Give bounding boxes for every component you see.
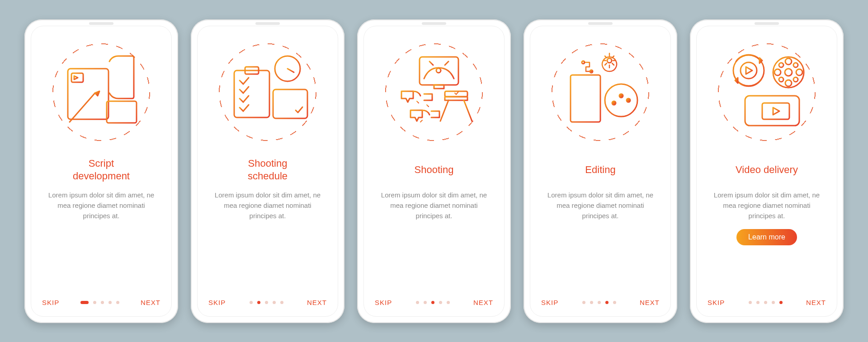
page-dot[interactable] <box>605 301 609 304</box>
svg-line-27 <box>240 108 243 111</box>
svg-line-32 <box>288 69 294 72</box>
phone-speaker <box>89 22 113 25</box>
svg-marker-98 <box>773 108 779 115</box>
page-dot[interactable] <box>265 301 268 304</box>
next-button[interactable]: NEXT <box>307 299 327 306</box>
svg-point-87 <box>785 58 792 65</box>
shooting-schedule-icon <box>218 42 317 142</box>
svg-rect-33 <box>273 89 307 118</box>
page-dot[interactable] <box>772 301 775 304</box>
page-dot[interactable] <box>749 301 752 304</box>
svg-point-91 <box>779 63 783 67</box>
svg-point-77 <box>612 101 616 105</box>
phone-frame: Editing Lorem ipsum dolor sit dim amet, … <box>524 19 677 323</box>
page-dot[interactable] <box>280 301 283 304</box>
svg-point-81 <box>741 62 757 79</box>
page-dot[interactable] <box>431 301 434 304</box>
phone-frame: Video delivery Lorem ipsum dolor sit dim… <box>690 19 844 323</box>
next-button[interactable]: NEXT <box>806 299 826 306</box>
svg-rect-47 <box>420 57 458 85</box>
svg-line-50 <box>429 61 433 65</box>
page-indicator <box>250 301 283 304</box>
onboarding-title: Shooting <box>415 157 454 183</box>
page-dot[interactable] <box>93 301 96 304</box>
svg-marker-2 <box>74 76 78 80</box>
skip-button[interactable]: SKIP <box>42 299 59 306</box>
svg-point-90 <box>796 69 802 75</box>
learn-more-button[interactable]: Learn more <box>736 229 797 245</box>
skip-button[interactable]: SKIP <box>708 299 725 306</box>
onboarding-title: Shootingschedule <box>248 157 288 183</box>
onboarding-description: Lorem ipsum dolor sit dim amet, ne mea r… <box>544 190 657 221</box>
onboarding-title: Scriptdevelopment <box>73 157 130 183</box>
phone-speaker <box>755 22 779 25</box>
page-dot[interactable] <box>756 301 760 304</box>
onboarding-description: Lorem ipsum dolor sit dim amet, ne mea r… <box>710 190 823 221</box>
page-dot[interactable] <box>590 301 593 304</box>
svg-point-94 <box>793 77 798 82</box>
onboarding-screen: Editing Lorem ipsum dolor sit dim amet, … <box>530 26 671 317</box>
svg-line-51 <box>445 61 448 65</box>
page-dot[interactable] <box>116 301 119 304</box>
page-indicator <box>749 301 783 304</box>
next-button[interactable]: NEXT <box>141 299 160 306</box>
onboarding-description: Lorem ipsum dolor sit dim amet, ne mea r… <box>377 190 491 221</box>
skip-button[interactable]: SKIP <box>208 299 226 306</box>
page-dot[interactable] <box>582 301 585 304</box>
svg-line-24 <box>240 98 243 102</box>
onboarding-screen: Scriptdevelopment Lorem ipsum dolor sit … <box>31 26 172 317</box>
svg-rect-16 <box>234 70 269 117</box>
page-dot[interactable] <box>598 301 601 304</box>
page-dot[interactable] <box>250 301 253 304</box>
page-dot[interactable] <box>257 301 260 304</box>
script-development-icon <box>52 42 151 142</box>
video-delivery-icon <box>717 42 816 142</box>
onboarding-title: Editing <box>585 157 615 183</box>
page-dot[interactable] <box>101 301 104 304</box>
svg-point-93 <box>779 77 783 82</box>
phone-frame: Shooting Lorem ipsum dolor sit dim amet,… <box>357 19 511 323</box>
svg-line-22 <box>243 87 249 93</box>
svg-point-88 <box>785 80 792 86</box>
onboarding-description: Lorem ipsum dolor sit dim amet, ne mea r… <box>45 190 158 221</box>
skip-button[interactable]: SKIP <box>375 299 392 306</box>
page-dot[interactable] <box>108 301 112 304</box>
onboarding-screen: Shooting Lorem ipsum dolor sit dim amet,… <box>363 26 505 317</box>
page-dot[interactable] <box>80 301 89 304</box>
skip-button[interactable]: SKIP <box>541 299 558 306</box>
page-dot[interactable] <box>447 301 450 304</box>
onboarding-footer: SKIP NEXT <box>541 299 660 306</box>
svg-point-70 <box>607 58 612 63</box>
svg-line-21 <box>240 89 243 93</box>
page-dot[interactable] <box>613 301 616 304</box>
svg-line-25 <box>243 96 249 102</box>
svg-rect-14 <box>107 101 137 123</box>
next-button[interactable]: NEXT <box>640 299 660 306</box>
svg-line-19 <box>243 78 249 84</box>
page-dot[interactable] <box>424 301 427 304</box>
svg-point-92 <box>793 63 798 67</box>
onboarding-footer: SKIP NEXT <box>375 299 493 306</box>
onboarding-footer: SKIP NEXT <box>42 299 160 306</box>
page-indicator <box>416 301 450 304</box>
page-dot[interactable] <box>779 301 783 304</box>
phone-speaker <box>588 22 613 25</box>
page-dot[interactable] <box>273 301 276 304</box>
svg-rect-95 <box>745 96 799 126</box>
page-dot[interactable] <box>764 301 767 304</box>
page-dot[interactable] <box>439 301 442 304</box>
onboarding-screen: Shootingschedule Lorem ipsum dolor sit d… <box>197 26 338 317</box>
page-dot[interactable] <box>416 301 419 304</box>
svg-line-18 <box>240 80 243 84</box>
page-indicator <box>582 301 616 304</box>
phone-speaker <box>422 22 446 25</box>
phone-speaker <box>255 22 280 25</box>
svg-point-78 <box>619 94 623 98</box>
shooting-icon <box>384 42 484 142</box>
svg-point-49 <box>436 68 441 73</box>
phone-frame: Scriptdevelopment Lorem ipsum dolor sit … <box>24 19 178 323</box>
onboarding-screen: Video delivery Lorem ipsum dolor sit dim… <box>696 26 837 317</box>
next-button[interactable]: NEXT <box>473 299 493 306</box>
phone-frame: Shootingschedule Lorem ipsum dolor sit d… <box>191 19 344 323</box>
svg-rect-97 <box>762 103 789 119</box>
